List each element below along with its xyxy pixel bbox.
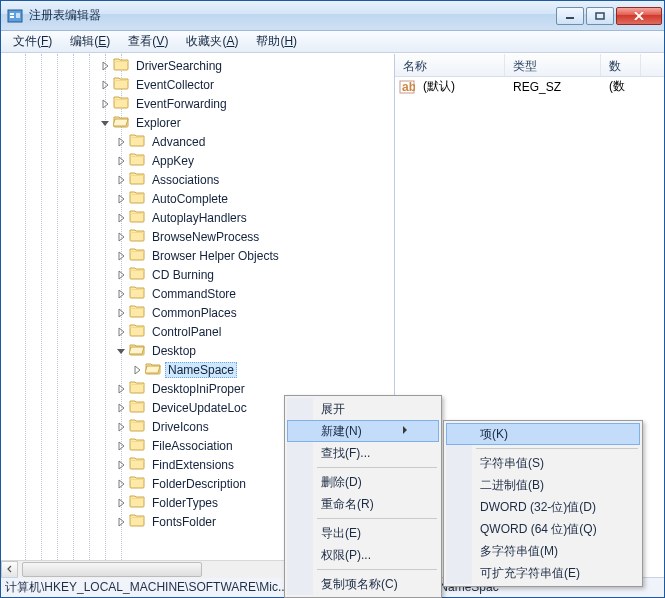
minimize-button[interactable] (556, 7, 584, 25)
tree-item-label: CommandStore (149, 286, 239, 302)
menu-item-label: 可扩充字符串值(E) (480, 565, 580, 582)
menu-item[interactable]: 重命名(R) (287, 493, 439, 515)
column-header[interactable]: 名称 (395, 54, 505, 76)
value-row[interactable]: ab(默认)REG_SZ(数 (395, 77, 664, 96)
tree-context-menu[interactable]: 展开新建(N)查找(F)...删除(D)重命名(R)导出(E)权限(P)...复… (284, 395, 442, 598)
expand-icon[interactable] (113, 213, 129, 223)
expand-icon[interactable] (113, 517, 129, 527)
folder-icon (129, 455, 149, 474)
tree-item[interactable]: DriverSearching (1, 56, 394, 75)
tree-item[interactable]: AppKey (1, 151, 394, 170)
tree-item[interactable]: Browser Helper Objects (1, 246, 394, 265)
expand-icon[interactable] (113, 460, 129, 470)
menu-separator (317, 569, 437, 570)
menu-item[interactable]: 多字符串值(M) (446, 540, 640, 562)
svg-rect-21 (130, 403, 144, 404)
tree-item-label: FindExtensions (149, 457, 237, 473)
tree-item-label: NameSpace (165, 362, 237, 378)
list-header[interactable]: 名称类型数 (395, 54, 664, 77)
column-header[interactable]: 数 (601, 54, 641, 76)
expand-icon[interactable] (113, 422, 129, 432)
svg-rect-9 (130, 137, 144, 138)
expand-icon[interactable] (113, 308, 129, 318)
expand-icon[interactable] (113, 327, 129, 337)
menu-item[interactable]: 字符串值(S) (446, 452, 640, 474)
column-header[interactable]: 类型 (505, 54, 601, 76)
tree-item[interactable]: Advanced (1, 132, 394, 151)
tree-item[interactable]: CD Burning (1, 265, 394, 284)
folder-icon (129, 284, 149, 303)
svg-rect-24 (130, 460, 144, 461)
menu-item[interactable]: 权限(P)... (287, 544, 439, 566)
expand-icon[interactable] (113, 251, 129, 261)
tree-item[interactable]: AutoComplete (1, 189, 394, 208)
expand-icon[interactable] (113, 137, 129, 147)
tree-item[interactable]: CommonPlaces (1, 303, 394, 322)
menu-2[interactable]: 查看(V) (120, 31, 176, 52)
tree-item[interactable]: EventCollector (1, 75, 394, 94)
svg-rect-23 (130, 441, 144, 442)
expand-icon[interactable] (113, 384, 129, 394)
close-button[interactable] (616, 7, 662, 25)
expand-icon[interactable] (113, 289, 129, 299)
tree-item[interactable]: NameSpace (1, 360, 394, 379)
menu-item[interactable]: 复制项名称(C) (287, 573, 439, 595)
scroll-left-button[interactable] (1, 561, 18, 578)
expand-icon[interactable] (97, 80, 113, 90)
menu-item[interactable]: DWORD (32-位)值(D) (446, 496, 640, 518)
menu-3[interactable]: 收藏夹(A) (178, 31, 246, 52)
tree-item[interactable]: AutoplayHandlers (1, 208, 394, 227)
svg-rect-10 (130, 156, 144, 157)
tree-item[interactable]: CommandStore (1, 284, 394, 303)
tree-item-label: FileAssociation (149, 438, 236, 454)
menu-item[interactable]: 展开 (287, 398, 439, 420)
expand-icon[interactable] (113, 232, 129, 242)
expand-icon[interactable] (113, 441, 129, 451)
expand-icon[interactable] (97, 61, 113, 71)
tree-item[interactable]: Associations (1, 170, 394, 189)
menu-0[interactable]: 文件(F) (5, 31, 60, 52)
expand-icon[interactable] (129, 365, 145, 375)
tree-item[interactable]: ControlPanel (1, 322, 394, 341)
expand-icon[interactable] (113, 479, 129, 489)
expand-icon[interactable] (113, 156, 129, 166)
menu-item[interactable]: 导出(E) (287, 522, 439, 544)
menu-item[interactable]: 查找(F)... (287, 442, 439, 464)
expand-icon[interactable] (113, 194, 129, 204)
menu-item-label: 重命名(R) (321, 496, 374, 513)
tree-item-label: CommonPlaces (149, 305, 240, 321)
tree-item-label: ControlPanel (149, 324, 224, 340)
tree-item[interactable]: Explorer (1, 113, 394, 132)
collapse-icon[interactable] (113, 346, 129, 356)
menu-item-label: 项(K) (480, 426, 508, 443)
menu-item[interactable]: 新建(N) (287, 420, 439, 442)
expand-icon[interactable] (113, 175, 129, 185)
cell: REG_SZ (509, 80, 605, 94)
menu-item[interactable]: QWORD (64 位)值(Q) (446, 518, 640, 540)
menu-item[interactable]: 可扩充字符串值(E) (446, 562, 640, 584)
tree-item[interactable]: EventForwarding (1, 94, 394, 113)
svg-rect-6 (114, 61, 128, 62)
collapse-icon[interactable] (97, 118, 113, 128)
expand-icon[interactable] (113, 403, 129, 413)
menu-item[interactable]: 删除(D) (287, 471, 439, 493)
tree-item[interactable]: BrowseNewProcess (1, 227, 394, 246)
titlebar[interactable]: 注册表编辑器 (1, 1, 664, 31)
maximize-button[interactable] (586, 7, 614, 25)
expand-icon[interactable] (113, 270, 129, 280)
svg-rect-3 (16, 13, 20, 18)
new-submenu[interactable]: 项(K)字符串值(S)二进制值(B)DWORD (32-位)值(D)QWORD … (443, 420, 643, 587)
expand-icon[interactable] (113, 498, 129, 508)
expand-icon[interactable] (97, 99, 113, 109)
tree-item-label: DeviceUpdateLoc (149, 400, 250, 416)
menu-1[interactable]: 编辑(E) (62, 31, 118, 52)
folder-icon (113, 94, 133, 113)
menu-4[interactable]: 帮助(H) (248, 31, 305, 52)
scroll-thumb[interactable] (22, 562, 202, 577)
folder-icon (129, 265, 149, 284)
menu-item[interactable]: 二进制值(B) (446, 474, 640, 496)
tree-item[interactable]: Desktop (1, 341, 394, 360)
menu-item[interactable]: 项(K) (446, 423, 640, 445)
svg-rect-22 (130, 422, 144, 423)
svg-rect-16 (130, 270, 144, 271)
